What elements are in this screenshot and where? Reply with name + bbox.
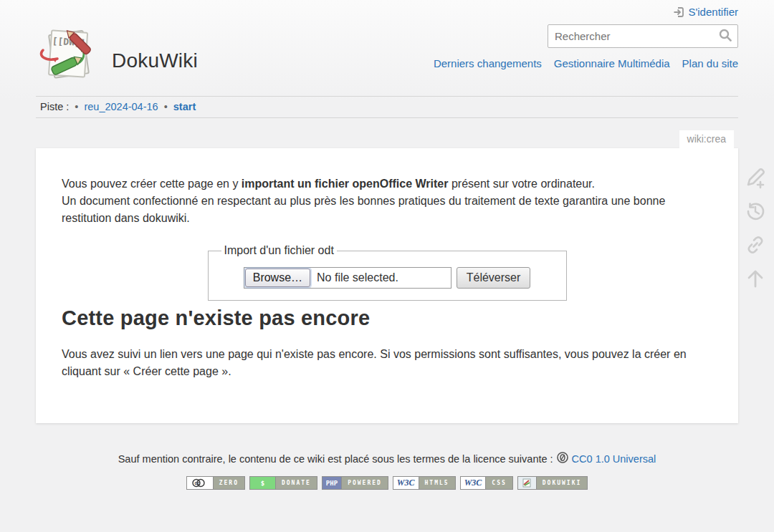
dokuwiki-mini-icon [518,477,537,489]
search-input[interactable] [548,24,738,48]
login-icon [673,6,684,18]
badge-w3c-css[interactable]: W3C CSS [460,476,513,490]
intro-paragraph: Vous pouvez créer cette page en y import… [62,175,712,227]
nav-recent-changes[interactable]: Derniers changements [434,57,542,69]
cc-logo-icon: cc [187,477,214,489]
footer: Sauf mention contraire, le contenu de ce… [36,452,738,490]
nav-media-manager[interactable]: Gestionnaire Multimédia [554,57,670,69]
file-status-text: No file selected. [311,271,398,284]
badge-label: ZERO [214,477,244,489]
license-link[interactable]: CC0 1.0 Universal [572,453,656,465]
nav-sitemap[interactable]: Plan du site [682,57,738,69]
php-logo: PHP [322,477,342,489]
w3c-logo: W3C [393,477,419,489]
badge-label: POWERED [342,477,388,489]
upload-button[interactable]: Téléverser [457,267,531,289]
arrow-up-icon [744,267,767,293]
badge-cc-zero[interactable]: cc ZERO [186,476,245,490]
breadcrumb-link-reu[interactable]: reu_2024-04-16 [84,101,158,112]
badge-w3c-html5[interactable]: W3C HTML5 [393,476,456,490]
badge-label: DONATE [276,477,317,489]
page-missing-text: Vous avez suivi un lien vers une page qu… [62,346,712,380]
breadcrumb-link-start[interactable]: start [173,101,196,112]
breadcrumb: Piste : • reu_2024-04-16 • start [36,96,738,118]
search-form [548,24,738,48]
badge-label: DOKUWIKI [537,477,588,489]
intro-text-post: présent sur votre ordinateur. [448,178,595,190]
login-link[interactable]: S'identifier [673,6,738,18]
search-icon [718,34,732,44]
badge-donate[interactable]: $ DONATE [249,476,317,490]
footer-badges: cc ZERO $ DONATE PHP POWERED W3C HTML5 W… [36,476,738,490]
backlinks-button[interactable] [742,234,768,258]
login-label: S'identifier [688,6,738,18]
search-button[interactable] [715,27,735,45]
create-page-button[interactable] [742,167,768,191]
link-icon [744,233,767,259]
page-heading: Cette page n'existe pas encore [62,306,712,330]
back-to-top-button[interactable] [742,268,768,292]
intro-text-bold: important un fichier openOffice Writer [242,178,449,190]
history-icon [744,200,767,226]
license-text: Sauf mention contraire, le contenu de ce… [118,453,553,465]
badge-label: HTML5 [419,477,455,489]
site-header: S'identifier [[DW]] [36,0,738,86]
header-nav: Derniers changements Gestionnaire Multim… [434,57,738,69]
breadcrumb-separator: • [75,101,78,112]
odt-import-legend: Import d'un fichier odt [221,244,337,257]
breadcrumb-prefix: Piste : [40,101,69,112]
intro-text-line2: Un document confectionné en respectant a… [62,195,665,224]
old-revisions-button[interactable] [742,200,768,225]
badge-php-powered[interactable]: PHP POWERED [322,476,388,490]
page-content: Vous pouvez créer cette page en y import… [36,148,738,423]
cc0-license-icon [557,452,568,465]
odt-import-fieldset: Import d'un fichier odt Browse… No file … [208,244,567,301]
badge-label: CSS [486,477,512,489]
site-title[interactable]: DokuWiki [112,37,198,72]
page-id-tab: wiki:crea [679,130,734,148]
w3c-logo: W3C [461,477,487,489]
dokuwiki-logo-icon[interactable]: [[DW]] [36,23,99,86]
badge-dokuwiki[interactable]: DOKUWIKI [517,476,588,490]
pencil-plus-icon [744,166,767,192]
breadcrumb-separator: • [164,101,168,112]
browse-button[interactable]: Browse… [245,269,310,287]
dollar-icon: $ [250,477,276,489]
page-tools [742,167,768,292]
svg-text:cc: cc [194,480,200,485]
intro-text-pre: Vous pouvez créer cette page en y [62,178,242,190]
file-upload-field[interactable]: Browse… No file selected. [244,267,452,289]
